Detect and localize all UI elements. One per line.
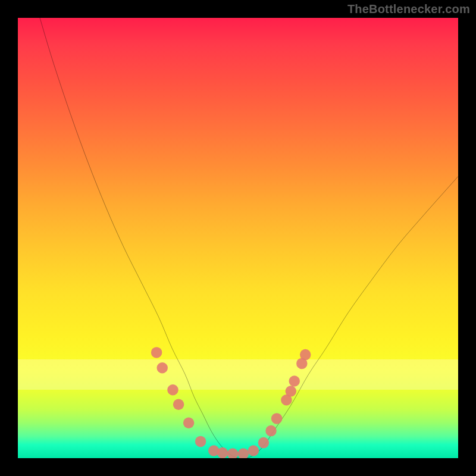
bottleneck-curve-path	[40, 18, 458, 458]
marker-dot	[151, 347, 162, 358]
marker-dot	[167, 384, 178, 396]
chart-frame: TheBottlenecker.com	[0, 0, 476, 476]
marker-dot	[300, 349, 311, 361]
marker-dot	[258, 437, 270, 449]
attribution-text: TheBottlenecker.com	[347, 2, 470, 16]
curve-svg	[18, 18, 458, 458]
marker-dot	[248, 445, 259, 456]
marker-dot	[217, 447, 228, 458]
marker-dot	[173, 399, 184, 410]
marker-dot	[156, 362, 168, 374]
marker-dot	[227, 448, 239, 458]
marker-dot	[289, 375, 300, 387]
marker-dot	[195, 436, 206, 447]
marker-group	[151, 347, 311, 458]
marker-dot	[271, 413, 283, 424]
marker-dot	[238, 448, 249, 458]
marker-dot	[183, 418, 195, 429]
marker-dot	[286, 386, 297, 397]
marker-dot	[265, 425, 277, 437]
plot-area	[18, 18, 458, 458]
